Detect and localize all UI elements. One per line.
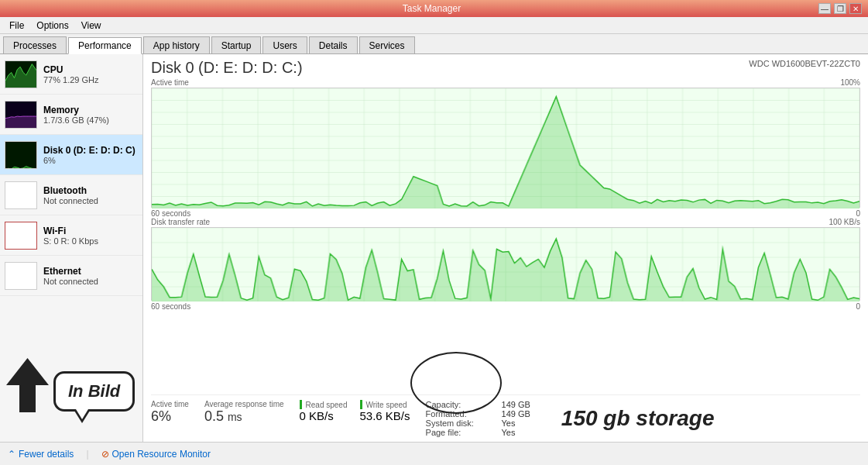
- chart2-top-right: 100 KB/s: [829, 218, 860, 226]
- close-button[interactable]: ✕: [849, 3, 862, 14]
- formatted-key: Formatted:: [426, 409, 496, 418]
- read-speed-stat: Read speed 0 KB/s: [300, 400, 348, 437]
- sidebar-item-bluetooth[interactable]: Bluetooth Not connected: [0, 175, 142, 215]
- memory-stat: 1.7/3.6 GB (47%): [43, 115, 138, 125]
- tab-performance[interactable]: Performance: [68, 37, 142, 54]
- bluetooth-thumbnail: [5, 181, 37, 209]
- menu-bar: File Options View: [0, 17, 868, 34]
- system-disk-val: Yes: [502, 418, 516, 428]
- cpu-stat: 77% 1.29 GHz: [43, 75, 138, 84]
- chart2-labels-bottom: 60 seconds 0: [151, 302, 860, 311]
- cpu-thumbnail: [5, 60, 37, 88]
- sidebar-item-memory[interactable]: Memory 1.7/3.6 GB (47%): [0, 95, 142, 135]
- sidebar-item-disk[interactable]: Disk 0 (D: E: D: D: C) 6%: [0, 135, 142, 175]
- minimize-button[interactable]: —: [818, 3, 831, 14]
- chart1-bottom-right: 0: [856, 209, 860, 218]
- ethernet-stat: Not connected: [43, 277, 138, 286]
- speed-stats: Read speed 0 KB/s Write speed 53.6 KB/s: [300, 400, 410, 437]
- charts-section: Active time 100% 60 seconds 0 Disk trans…: [151, 78, 860, 394]
- write-speed-label: Write speed: [366, 401, 407, 409]
- tab-bar: Processes Performance App history Startu…: [0, 34, 868, 54]
- window-controls[interactable]: — ❐ ✕: [818, 3, 862, 14]
- detail-system-disk: System disk: Yes: [426, 418, 530, 428]
- read-speed-bar: [300, 400, 302, 409]
- disk-stat: 6%: [43, 156, 138, 165]
- bluetooth-stat: Not connected: [43, 196, 138, 205]
- wifi-stat: S: 0 R: 0 Kbps: [43, 236, 138, 246]
- chart2-labels-top: Disk transfer rate 100 KB/s: [151, 218, 860, 226]
- disk-label: Disk 0 (D: E: D: D: C): [43, 145, 138, 156]
- sidebar-item-wifi[interactable]: Wi-Fi S: 0 R: 0 Kbps: [0, 215, 142, 256]
- read-speed-label: Read speed: [306, 401, 348, 409]
- tab-details[interactable]: Details: [309, 36, 358, 53]
- tab-startup[interactable]: Startup: [211, 36, 262, 53]
- resource-monitor-link[interactable]: ⊘ Open Resource Monitor: [101, 449, 211, 460]
- write-speed-value: 53.6 KB/s: [360, 409, 410, 422]
- active-time-value: 6%: [151, 408, 189, 425]
- menu-file[interactable]: File: [3, 19, 30, 33]
- chart1-bottom-left: 60 seconds: [151, 209, 190, 218]
- active-time-chart: [151, 88, 860, 208]
- page-file-key: Page file:: [426, 428, 496, 437]
- tab-app-history[interactable]: App history: [143, 36, 210, 53]
- fewer-details-link[interactable]: ⌃ Fewer details: [8, 449, 74, 460]
- chart2-top-left: Disk transfer rate: [151, 218, 210, 226]
- active-time-chart-container: Active time 100% 60 seconds 0: [151, 78, 860, 218]
- formatted-val: 149 GB: [502, 409, 530, 418]
- detail-capacity: Capacity: 149 GB: [426, 400, 530, 409]
- storage-label: 150 gb storage: [561, 406, 715, 431]
- resource-monitor-icon: ⊘: [101, 449, 109, 460]
- read-speed-value: 0 KB/s: [300, 409, 348, 422]
- maximize-button[interactable]: ❐: [834, 3, 846, 14]
- sidebar-item-ethernet[interactable]: Ethernet Not connected: [0, 256, 142, 296]
- wifi-thumbnail: [5, 222, 37, 250]
- bluetooth-label: Bluetooth: [43, 185, 138, 196]
- disk-transfer-chart-container: Disk transfer rate 100 KB/s 60 seconds 0: [151, 218, 860, 311]
- disk-details: Capacity: 149 GB Formatted: 149 GB Syste…: [426, 400, 530, 437]
- avg-response-value: 0.5 ms: [204, 408, 284, 425]
- main-layout: CPU 77% 1.29 GHz Memory 1.7/3.6 GB (47%)…: [0, 54, 868, 442]
- tab-processes[interactable]: Processes: [3, 36, 67, 53]
- cpu-label: CPU: [43, 64, 138, 75]
- page-file-val: Yes: [502, 428, 516, 437]
- active-time-label: Active time: [151, 400, 189, 408]
- content-area: Disk 0 (D: E: D: D: C:) WDC WD1600BEVT-2…: [143, 54, 868, 442]
- avg-response-stat: Average response time 0.5 ms: [204, 400, 284, 437]
- chart1-labels-top: Active time 100%: [151, 78, 860, 87]
- ethernet-label: Ethernet: [43, 266, 138, 277]
- chart1-labels-bottom: 60 seconds 0: [151, 209, 860, 218]
- tab-services[interactable]: Services: [359, 36, 415, 53]
- sidebar: CPU 77% 1.29 GHz Memory 1.7/3.6 GB (47%)…: [0, 54, 143, 442]
- write-speed-bar: [360, 400, 362, 409]
- chart1-top-right: 100%: [840, 78, 860, 87]
- ethernet-thumbnail: [5, 262, 37, 290]
- chart2-bottom-left: 60 seconds: [151, 302, 190, 311]
- detail-page-file: Page file: Yes: [426, 428, 530, 437]
- chart2-bottom-right: 0: [856, 302, 860, 311]
- chevron-up-icon: ⌃: [8, 449, 15, 460]
- memory-label: Memory: [43, 105, 138, 115]
- wifi-label: Wi-Fi: [43, 226, 138, 236]
- content-header: Disk 0 (D: E: D: D: C:) WDC WD1600BEVT-2…: [151, 59, 860, 77]
- storage-annotation: 150 gb storage: [561, 400, 715, 437]
- title-bar: Task Manager — ❐ ✕: [0, 0, 868, 17]
- window-title: Task Manager: [45, 3, 818, 14]
- chart1-top-left: Active time: [151, 78, 189, 87]
- capacity-val: 149 GB: [502, 400, 530, 409]
- menu-view[interactable]: View: [75, 19, 108, 33]
- tab-users[interactable]: Users: [262, 36, 307, 53]
- capacity-key: Capacity:: [426, 400, 496, 409]
- detail-formatted: Formatted: 149 GB: [426, 409, 530, 418]
- device-name: WDC WD1600BEVT-22ZCT0: [749, 59, 860, 68]
- disk-transfer-chart: [151, 227, 860, 301]
- stats-footer: Active time 6% Average response time 0.5…: [151, 394, 860, 439]
- menu-options[interactable]: Options: [30, 19, 74, 33]
- avg-response-label: Average response time: [204, 400, 284, 408]
- bottom-bar: ⌃ Fewer details | ⊘ Open Resource Monito…: [0, 442, 868, 465]
- sidebar-item-cpu[interactable]: CPU 77% 1.29 GHz: [0, 54, 142, 95]
- active-time-stat: Active time 6%: [151, 400, 189, 437]
- disk-title: Disk 0 (D: E: D: D: C:): [151, 59, 303, 77]
- memory-thumbnail: [5, 101, 37, 129]
- write-speed-stat: Write speed 53.6 KB/s: [360, 400, 410, 437]
- disk-thumbnail: [5, 141, 37, 169]
